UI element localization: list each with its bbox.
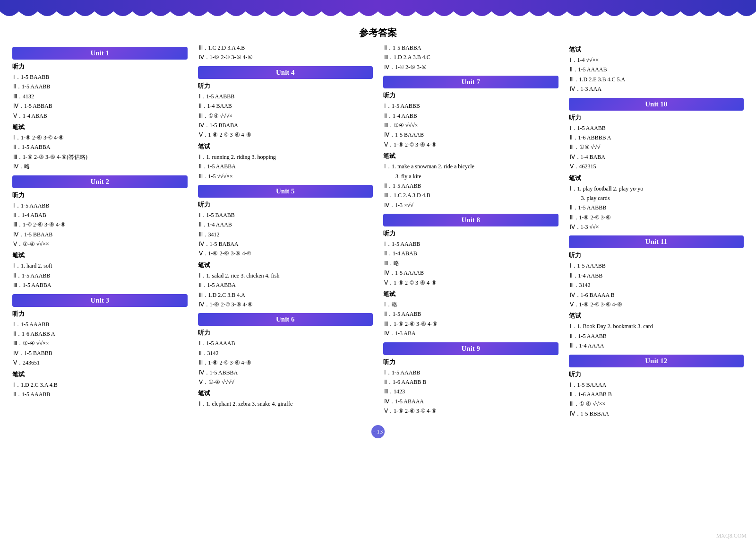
unit12-header: Unit 12 [569, 355, 744, 367]
unit9-header: Unit 9 [383, 342, 558, 355]
unit1-listening: Ⅰ．1-5 BAABB Ⅱ．1-5 AAABB Ⅲ．4132 Ⅳ．1-5 ABB… [12, 72, 188, 121]
column-4: 笔试 Ⅰ．1-4 √√×× Ⅱ．1-5 AAAAB Ⅲ．1.D 2.E 3.B … [566, 43, 747, 418]
unit6-header: Unit 6 [198, 313, 373, 326]
unit12-listening-title: 听力 [569, 370, 744, 379]
unit7-writing: Ⅰ．1. make a snowman 2. ride a bicycle 3.… [383, 162, 558, 210]
unit4-writing-title: 笔试 [198, 142, 373, 151]
unit5-header: Unit 5 [198, 185, 373, 198]
unit8-header: Unit 8 [383, 214, 558, 226]
unit5-writing-title: 笔试 [198, 261, 373, 270]
unit6-writing: Ⅰ．1. elephant 2. zebra 3. snake 4. giraf… [198, 399, 373, 409]
unit5-listening-title: 听力 [198, 200, 373, 209]
unit2-listening: Ⅰ．1-5 AAABB Ⅱ．1-4 ABAB Ⅲ．1-© 2-⑥ 3-⑥ 4-⑥… [12, 201, 188, 249]
unit7-listening-title: 听力 [383, 91, 558, 100]
column-2: Ⅲ．1.C 2.D 3.A 4.B Ⅳ．1-⑥ 2-© 3-⑥ 4-⑥ Unit… [195, 43, 376, 418]
unit12-listening: Ⅰ．1-5 BAAAA Ⅱ．1-6 AAABB B Ⅲ．①-④ √√×× Ⅳ．1… [569, 380, 744, 419]
unit3-header: Unit 3 [12, 294, 188, 307]
unit10b-extra: Ⅰ．1-4 √√×× Ⅱ．1-5 AAAAB Ⅲ．1.D 2.E 3.B 4.C… [569, 55, 744, 94]
unit8-writing: Ⅰ．略 Ⅱ．1-5 AAABB Ⅲ．1-⑥ 2-⑥ 3-⑥ 4-⑥ Ⅳ．1-3 … [383, 300, 558, 339]
unit4-header: Unit 4 [198, 66, 373, 79]
unit4-writing: Ⅰ．1. running 2. riding 3. hopping Ⅱ．1-5 … [198, 152, 373, 181]
unit11-writing: Ⅰ．1. Book Day 2. bookmark 3. card Ⅱ．1-5 … [569, 322, 744, 350]
unit7-writing-title: 笔试 [383, 152, 558, 160]
unit3b-extra: Ⅲ．1.C 2.D 3.A 4.B Ⅳ．1-⑥ 2-© 3-⑥ 4-⑥ [198, 43, 373, 62]
page-number: - 13 - [371, 425, 385, 438]
unit3-listening-title: 听力 [12, 310, 188, 318]
unit6-writing-title: 笔试 [198, 389, 373, 398]
unit8-writing-title: 笔试 [383, 290, 558, 298]
unit2-header: Unit 2 [12, 175, 188, 188]
unit6-listening-title: 听力 [198, 329, 373, 337]
unit11-listening: Ⅰ．1-5 AAABB Ⅱ．1-4 AABB Ⅲ．3142 Ⅳ．1-6 BAAA… [569, 261, 744, 309]
unit1-writing: Ⅰ．1-⑥ 2-⑥ 3-© 4-⑥ Ⅱ．1-5 AABBA Ⅲ．1-⑥ 2-③ … [12, 133, 188, 172]
unit6-listening: Ⅰ．1-5 AAAAB Ⅱ．3142 Ⅲ．1-⑥ 2-© 3-⑥ 4-⑥ Ⅳ．1… [198, 339, 373, 387]
watermark: MXQ8.COM [716, 532, 747, 539]
page-number-container: - 13 - [0, 418, 756, 452]
unit10-listening: Ⅰ．1-5 AAABB Ⅱ．1-6 ABBBB A Ⅲ．①④ √√√ Ⅳ．1-4… [569, 123, 744, 172]
column-1: Unit 1 听力 Ⅰ．1-5 BAABB Ⅱ．1-5 AAABB Ⅲ．4132… [9, 43, 190, 418]
unit5-listening: Ⅰ．1-5 BAABB Ⅱ．1-4 AAAB Ⅲ．3412 Ⅳ．1-5 BABA… [198, 210, 373, 259]
unit8-listening: Ⅰ．1-5 AAABB Ⅱ．1-4 ABAB Ⅲ．略 Ⅳ．1-5 AAAAB Ⅴ… [383, 239, 558, 287]
column-3: Ⅱ．1-5 BABBA Ⅲ．1.D 2.A 3.B 4.C Ⅳ．1-© 2-⑥ … [380, 43, 561, 418]
unit6b-extra: Ⅱ．1-5 BABBA Ⅲ．1.D 2.A 3.B 4.C Ⅳ．1-© 2-⑥ … [383, 43, 558, 72]
unit9-listening: Ⅰ．1-5 AAABB Ⅱ．1-6 AAABB B Ⅲ．1423 Ⅳ．1-5 A… [383, 368, 558, 416]
unit3-listening: Ⅰ．1-5 AAABB Ⅱ．1-6 ABABB A Ⅲ．①-④ √√×× Ⅳ．1… [12, 320, 188, 368]
unit11-listening-title: 听力 [569, 251, 744, 260]
unit11-header: Unit 11 [569, 235, 744, 248]
unit1-writing-title: 笔试 [12, 123, 188, 131]
unit3-writing: Ⅰ．1.D 2.C 3.A 4.B Ⅱ．1-5 AAABB [12, 380, 188, 400]
unit8-listening-title: 听力 [383, 229, 558, 238]
unit3-writing-title: 笔试 [12, 370, 188, 379]
unit10b-writing-title: 笔试 [569, 45, 744, 54]
unit2-writing-title: 笔试 [12, 251, 188, 260]
page-title: 参考答案 [0, 21, 756, 43]
unit7-header: Unit 7 [383, 76, 558, 88]
unit1-listening-title: 听力 [12, 62, 188, 71]
unit4-listening-title: 听力 [198, 82, 373, 90]
unit10-writing: Ⅰ．1. play football 2. play yo-yo 3. play… [569, 184, 744, 232]
top-decoration [0, 0, 756, 21]
unit2-listening-title: 听力 [12, 191, 188, 200]
unit7-listening: Ⅰ．1-5 AABBB Ⅱ．1-4 AABB Ⅲ．①④ √√√× Ⅳ．1-5 B… [383, 101, 558, 149]
unit9-listening-title: 听力 [383, 358, 558, 366]
unit10-header: Unit 10 [569, 98, 744, 111]
unit1-header: Unit 1 [12, 47, 188, 60]
unit11-writing-title: 笔试 [569, 312, 744, 320]
unit5-writing: Ⅰ．1. salad 2. rice 3. chicken 4. fish Ⅱ．… [198, 271, 373, 310]
unit10-writing-title: 笔试 [569, 174, 744, 183]
unit4-listening: Ⅰ．1-5 AABBB Ⅱ．1-4 BAAB Ⅲ．①④ √√√× Ⅳ．1-5 B… [198, 92, 373, 140]
unit10-listening-title: 听力 [569, 113, 744, 122]
unit2-writing: Ⅰ．1. hard 2. soft Ⅱ．1-5 AAABB Ⅲ．1-5 AABB… [12, 261, 188, 290]
